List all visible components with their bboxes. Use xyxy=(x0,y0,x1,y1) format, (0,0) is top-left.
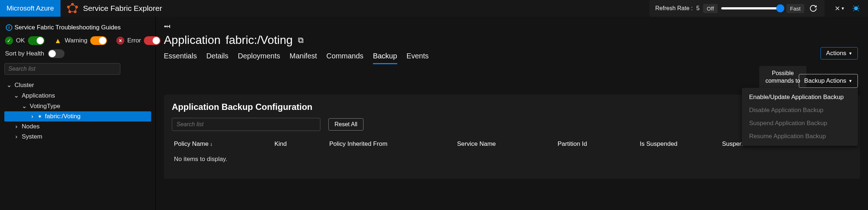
filter-error-label: Error xyxy=(127,37,141,44)
app-brand: Service Fabric Explorer xyxy=(61,3,169,14)
caret-down-icon: ▼ xyxy=(848,51,852,55)
troubleshooting-guides-link[interactable]: i Service Fabric Troubleshooting Guides xyxy=(6,24,150,31)
refresh-now-icon[interactable] xyxy=(808,3,819,14)
col-service-name[interactable]: Service Name xyxy=(457,140,557,148)
tree-applications[interactable]: ⌄ Applications xyxy=(4,90,151,101)
refresh-slider-thumb[interactable] xyxy=(776,4,784,12)
sort-toggle[interactable] xyxy=(48,49,65,58)
content: ⤟ Application fabric:/Voting ⧉ Essential… xyxy=(156,17,868,210)
col-kind[interactable]: Kind xyxy=(274,140,329,148)
filter-ok[interactable]: ✓ OK xyxy=(5,36,45,45)
warning-icon: ▲ xyxy=(54,37,62,45)
tab-essentials[interactable]: Essentials xyxy=(164,50,197,64)
tree-system-label: System xyxy=(22,133,42,140)
health-filters: ✓ OK ▲ Warning × Error xyxy=(5,36,150,45)
info-icon: i xyxy=(6,24,12,31)
troubleshooting-guides-label: Service Fabric Troubleshooting Guides xyxy=(14,24,121,31)
topbar: Microsoft Azure Service Fabric Explorer … xyxy=(0,0,868,17)
tab-deployments[interactable]: Deployments xyxy=(238,50,280,64)
tree-applications-label: Applications xyxy=(22,92,55,99)
refresh-rate-value: 5 xyxy=(696,5,699,12)
tab-commands[interactable]: Commands xyxy=(327,50,364,64)
sort-by-health[interactable]: Sort by Health xyxy=(5,49,150,58)
tree-voting-type-label: VotingType xyxy=(30,103,60,110)
refresh-fast-button[interactable]: Fast xyxy=(786,4,804,13)
actions-button[interactable]: Actions ▼ xyxy=(821,47,858,59)
tree-voting-type[interactable]: ⌄ VotingType xyxy=(4,101,151,111)
filter-warning[interactable]: ▲ Warning xyxy=(54,36,107,45)
col-partition-id[interactable]: Partition Id xyxy=(558,140,640,148)
col-policy-name[interactable]: Policy Name↓ xyxy=(174,140,274,148)
col-is-suspended[interactable]: Is Suspended xyxy=(640,140,722,148)
backup-actions-button[interactable]: Backup Actions ▼ xyxy=(799,74,858,88)
bug-icon[interactable] xyxy=(851,3,861,14)
caret-down-icon: ▼ xyxy=(848,79,852,83)
tab-manifest[interactable]: Manifest xyxy=(290,50,317,64)
filter-warning-label: Warning xyxy=(65,37,88,44)
backup-actions-label: Backup Actions xyxy=(804,77,846,85)
dd-suspend-backup: Suspend Application Backup xyxy=(742,117,858,130)
sidebar: i Service Fabric Troubleshooting Guides … xyxy=(0,17,156,210)
tree-cluster-label: Cluster xyxy=(14,82,34,89)
check-icon: ✓ xyxy=(5,37,13,45)
table-empty-message: No items to display. xyxy=(172,151,852,168)
sort-label: Sort by Health xyxy=(5,50,44,57)
copy-icon[interactable]: ⧉ xyxy=(298,36,304,45)
topbar-icons: ▼ xyxy=(827,3,868,14)
tab-events[interactable]: Events xyxy=(407,50,429,64)
cluster-tree: ⌄ Cluster ⌄ Applications ⌄ VotingType › … xyxy=(4,80,151,142)
tree-voting-app[interactable]: › ✶ fabric:/Voting xyxy=(4,111,151,122)
svg-point-5 xyxy=(854,7,858,11)
sort-desc-icon: ↓ xyxy=(210,141,212,147)
reset-all-button[interactable]: Reset All xyxy=(328,118,364,131)
service-fabric-logo-icon xyxy=(67,3,78,14)
panel-search-input[interactable] xyxy=(172,118,320,131)
filter-warning-toggle[interactable] xyxy=(90,36,107,45)
app-title: Service Fabric Explorer xyxy=(83,4,162,13)
page-title: Application fabric:/Voting ⧉ xyxy=(164,33,860,47)
chevron-down-icon: ⌄ xyxy=(7,81,12,89)
tree-cluster[interactable]: ⌄ Cluster xyxy=(4,80,151,90)
dd-disable-backup: Disable Application Backup xyxy=(742,104,858,117)
col-policy-inherited-from[interactable]: Policy Inherited From xyxy=(329,140,457,148)
dd-resume-backup: Resume Application Backup xyxy=(742,130,858,143)
tabs: Essentials Details Deployments Manifest … xyxy=(164,50,860,64)
chevron-right-icon: › xyxy=(30,113,35,120)
filter-ok-toggle[interactable] xyxy=(28,36,45,45)
error-icon: × xyxy=(116,37,124,45)
refresh-rate-label: Refresh Rate : xyxy=(655,5,693,12)
chevron-down-icon: ⌄ xyxy=(14,92,19,99)
application-icon: ✶ xyxy=(38,114,42,119)
filter-ok-label: OK xyxy=(16,37,25,44)
back-icon[interactable]: ⤟ xyxy=(164,22,170,31)
tree-system[interactable]: › System xyxy=(4,132,151,142)
tab-backup[interactable]: Backup xyxy=(373,50,397,64)
chevron-right-icon: › xyxy=(14,133,19,140)
tab-details[interactable]: Details xyxy=(206,50,228,64)
refresh-off-button[interactable]: Off xyxy=(703,4,718,13)
dd-enable-update-backup[interactable]: Enable/Update Application Backup xyxy=(742,91,858,104)
tree-nodes[interactable]: › Nodes xyxy=(4,122,151,132)
tree-voting-app-label: fabric:/Voting xyxy=(45,113,80,120)
filter-error[interactable]: × Error xyxy=(116,36,161,45)
page-title-name: fabric:/Voting xyxy=(226,33,293,47)
chevron-right-icon: › xyxy=(14,123,19,130)
refresh-slider[interactable] xyxy=(721,7,783,9)
settings-icon[interactable]: ▼ xyxy=(834,3,845,14)
chevron-down-icon: ⌄ xyxy=(22,102,27,110)
sidebar-search-input[interactable] xyxy=(4,63,120,75)
tree-nodes-label: Nodes xyxy=(22,123,40,130)
actions-button-label: Actions xyxy=(826,50,846,57)
azure-brand[interactable]: Microsoft Azure xyxy=(0,0,61,17)
refresh-controls: Refresh Rate : 5 Off Fast xyxy=(649,0,825,17)
page-title-prefix: Application xyxy=(164,33,221,47)
backup-actions-dropdown: Enable/Update Application Backup Disable… xyxy=(742,88,858,146)
